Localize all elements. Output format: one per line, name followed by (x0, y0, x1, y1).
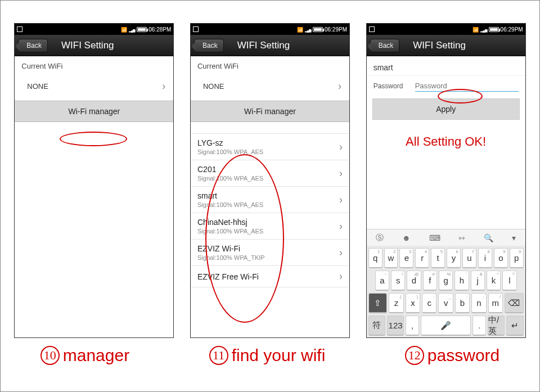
wifi-name: C201 (197, 165, 263, 174)
key-符[interactable]: 符 (368, 316, 385, 336)
apply-button[interactable]: Apply (372, 98, 520, 120)
chevron-right-icon: › (339, 194, 343, 206)
title-bar: Back WIFI Setting (191, 35, 349, 56)
title-bar: Back WIFI Setting (15, 35, 173, 56)
step-label: password (428, 346, 500, 365)
key-j[interactable]: j& (471, 271, 485, 291)
status-bar: 06:28PM (15, 24, 173, 35)
wifi-item[interactable]: LYG-sz Signal:100% WPA_AES › (191, 134, 349, 160)
key-i[interactable]: i8 (478, 248, 492, 268)
signal-icon (129, 26, 135, 33)
chevron-right-icon: › (162, 80, 165, 92)
battery-icon (313, 27, 323, 32)
page-title: WIFI Setting (48, 40, 173, 51)
status-time: 06:29PM (501, 26, 523, 33)
emoji-icon[interactable]: ☻ (400, 233, 413, 242)
all-setting-ok: All Setting OK! (367, 124, 525, 155)
key-o[interactable]: o9 (494, 248, 508, 268)
key-p[interactable]: p0 (510, 248, 524, 268)
key-h[interactable]: h' (454, 271, 469, 291)
back-button[interactable]: Back (370, 39, 400, 52)
signal-icon (480, 26, 487, 33)
key-🎤[interactable]: 🎤 (421, 316, 471, 336)
search-icon[interactable]: 🔍 (482, 233, 496, 242)
key-d[interactable]: d@ (407, 271, 421, 291)
wifi-sub: Signal:100% WPA_AES (197, 201, 263, 208)
key-v[interactable]: v_ (438, 293, 453, 313)
chevron-down-icon[interactable]: ▾ (510, 233, 518, 242)
key-e[interactable]: e3 (399, 248, 413, 268)
wifi-item[interactable]: ChinaNet-hhsj Signal:100% WPA_AES › (191, 213, 349, 240)
ime-logo-icon[interactable]: Ⓢ (374, 233, 386, 243)
step-number: 12 (405, 346, 424, 365)
title-bar: Back WIFI Setting (367, 35, 525, 56)
key-中/英[interactable]: 中/英 (488, 316, 505, 336)
wifi-manager-button[interactable]: Wi-Fi manager (15, 101, 173, 122)
wifi-item[interactable]: EZVIZ Wi-Fi Signal:100% WPA_TKIP › (191, 240, 349, 266)
status-bar: 06:29PM (191, 24, 349, 35)
key-k[interactable]: k* (487, 271, 501, 291)
wifi-name: EZVIZ Free Wi-Fi (197, 272, 259, 281)
wifi-list: LYG-sz Signal:100% WPA_AES › C201 Signal… (191, 133, 349, 287)
wifi-item[interactable]: smart Signal:100% WPA_AES › (191, 187, 349, 213)
key-r[interactable]: r4 (415, 248, 429, 268)
key-y[interactable]: y6 (447, 248, 461, 268)
status-time: 06:29PM (325, 26, 347, 33)
cursor-icon[interactable]: ⇿ (456, 233, 467, 242)
screen-manager: 06:28PM Back WIFI Setting Current WiFi N… (14, 23, 174, 338)
key-123[interactable]: 123 (387, 316, 404, 336)
step-number: 11 (209, 346, 228, 365)
current-wifi-row[interactable]: NONE › (191, 73, 349, 101)
chevron-right-icon: › (339, 247, 343, 259)
key-w[interactable]: w2 (384, 248, 398, 268)
chevron-right-icon: › (339, 220, 343, 232)
screenshot-icon (369, 26, 375, 32)
screenshot-icon (193, 26, 199, 32)
content: smart Password Apply All Setting OK! Ⓢ ☻… (367, 56, 525, 337)
current-wifi-value: NONE (203, 82, 224, 91)
wifi-icon (297, 26, 303, 33)
keyboard-toolbar: Ⓢ ☻ ⌨ ⇿ 🔍 ▾ (367, 229, 525, 246)
key-c[interactable]: c- (422, 293, 436, 313)
back-button[interactable]: Back (194, 39, 224, 52)
page-title: WIFI Setting (399, 40, 525, 51)
key-n[interactable]: n; (471, 293, 486, 313)
key-.[interactable]: . (472, 316, 486, 336)
wifi-manager-button[interactable]: Wi-Fi manager (191, 101, 349, 122)
key-z[interactable]: z( (389, 293, 403, 313)
key-t[interactable]: t5 (431, 248, 445, 268)
key-⌫[interactable]: ⌫ (505, 293, 524, 313)
screen-wifi-list: 06:29PM Back WIFI Setting Current WiFi N… (190, 23, 350, 338)
password-input[interactable] (415, 80, 519, 92)
key-x[interactable]: x) (406, 293, 420, 313)
key-u[interactable]: u7 (462, 248, 476, 268)
battery-icon (137, 27, 147, 32)
wifi-name: EZVIZ Wi-Fi (197, 244, 265, 253)
status-time: 06:28PM (148, 26, 171, 33)
selected-wifi: smart (367, 56, 525, 76)
keyboard: q1w2e3r4t5y6u7i8o9p0 a~s!d@f#g%h'j&k*l? … (367, 246, 525, 337)
key-↵[interactable]: ↵ (506, 316, 523, 336)
step-label: find your wifi (232, 346, 326, 365)
key-f[interactable]: f# (423, 271, 437, 291)
chevron-right-icon: › (338, 80, 341, 92)
chevron-right-icon: › (339, 168, 343, 179)
back-button[interactable]: Back (18, 39, 48, 52)
wifi-item[interactable]: C201 Signal:100% WPA_AES › (191, 160, 349, 187)
key-a[interactable]: a~ (375, 271, 389, 291)
keyboard-icon[interactable]: ⌨ (427, 233, 443, 242)
key-s[interactable]: s! (391, 271, 405, 291)
key-g[interactable]: g% (439, 271, 453, 291)
key-l[interactable]: l? (502, 271, 516, 291)
key-⇧[interactable]: ⇧ (368, 293, 388, 313)
key-b[interactable]: b: (455, 293, 470, 313)
wifi-item[interactable]: EZVIZ Free Wi-Fi › (191, 266, 349, 287)
captions: 10 manager 11 find your wifi 12 password (1, 338, 539, 365)
wifi-sub: Signal:100% WPA_TKIP (197, 254, 265, 261)
current-wifi-row[interactable]: NONE › (15, 73, 173, 101)
key-m[interactable]: m/ (488, 293, 503, 313)
key-q[interactable]: q1 (368, 248, 382, 268)
current-wifi-label: Current WiFi (21, 62, 62, 70)
chevron-right-icon: › (339, 141, 343, 153)
key-,[interactable]: , (406, 316, 419, 336)
